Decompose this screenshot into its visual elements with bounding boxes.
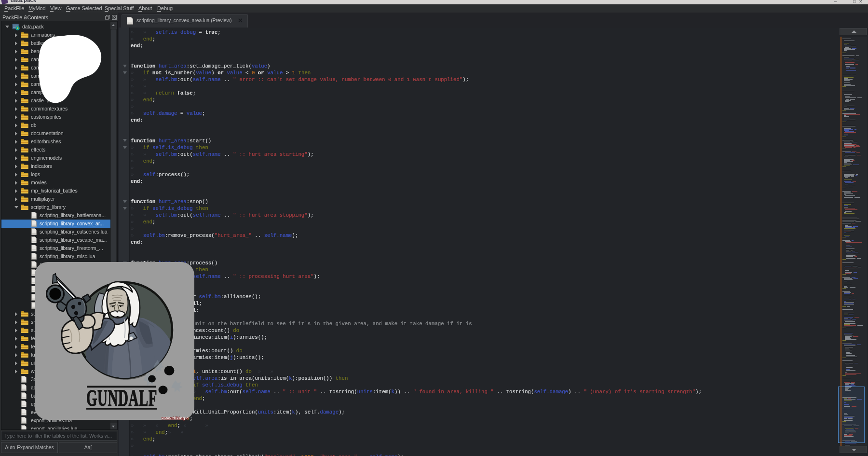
- svg-text:GUNDALF: GUNDALF: [86, 385, 157, 411]
- svg-text:www.friking.c: www.friking.c: [161, 416, 189, 420]
